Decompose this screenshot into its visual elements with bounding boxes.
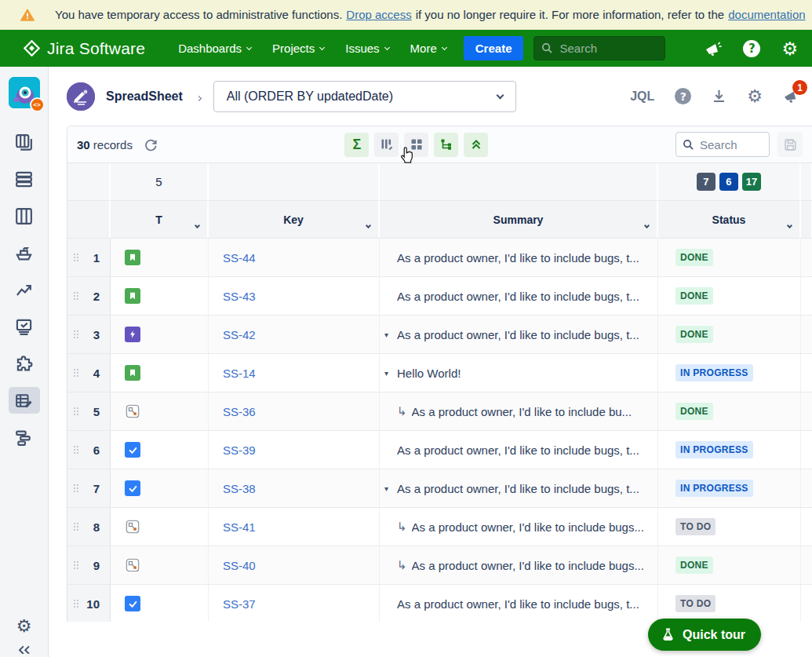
- nav-more[interactable]: More: [410, 42, 446, 55]
- status-cell[interactable]: DONE: [658, 392, 801, 430]
- sidebar-spreadsheet-icon[interactable]: [9, 387, 40, 414]
- sum-button[interactable]: Σ: [344, 133, 369, 157]
- type-cell[interactable]: [111, 508, 209, 546]
- sidebar-settings-gear-icon[interactable]: ⚙: [9, 613, 40, 640]
- announcement-megaphone-icon[interactable]: [705, 41, 722, 57]
- refresh-icon[interactable]: [144, 138, 158, 151]
- type-cell[interactable]: [111, 431, 209, 469]
- status-cell[interactable]: DONE: [658, 546, 801, 584]
- nav-issues[interactable]: Issues: [345, 42, 388, 55]
- page-title[interactable]: SpreadSheet: [106, 89, 183, 104]
- grid-view-button[interactable]: [404, 133, 428, 157]
- jql-button[interactable]: JQL: [630, 89, 654, 104]
- announcements-megaphone-icon[interactable]: 1: [783, 89, 799, 104]
- type-cell[interactable]: [111, 316, 209, 353]
- help-icon[interactable]: ?: [743, 40, 760, 57]
- collapse-triangle-icon[interactable]: ▾: [384, 484, 397, 493]
- sidebar-board-columns-icon[interactable]: [9, 203, 40, 229]
- nav-projects[interactable]: Projects: [272, 42, 324, 55]
- type-cell[interactable]: [111, 585, 209, 622]
- issue-key-link[interactable]: SS-39: [223, 443, 256, 457]
- status-cell[interactable]: TO DO: [658, 508, 801, 546]
- type-cell[interactable]: [111, 392, 209, 430]
- quick-tour-button[interactable]: Quick tour: [648, 619, 761, 651]
- documentation-link[interactable]: documentation: [728, 8, 805, 21]
- collapse-triangle-icon[interactable]: ▾: [384, 369, 397, 378]
- status-cell[interactable]: TO DO: [658, 585, 801, 622]
- drag-handle-icon[interactable]: [74, 292, 78, 300]
- collapse-all-button[interactable]: [464, 133, 488, 157]
- issue-key-link[interactable]: SS-14: [223, 367, 256, 380]
- sidebar-releases-ship-icon[interactable]: [9, 239, 40, 266]
- global-search[interactable]: [533, 36, 665, 60]
- sidebar-boards-icon[interactable]: [9, 129, 40, 155]
- issue-key-link[interactable]: SS-38: [223, 482, 256, 495]
- status-cell[interactable]: IN PROGRESS: [658, 469, 801, 507]
- issue-key-link[interactable]: SS-40: [223, 559, 256, 572]
- summary-cell[interactable]: As a product owner, I'd like to include …: [380, 239, 658, 276]
- status-cell[interactable]: DONE: [658, 277, 801, 315]
- admin-gear-icon[interactable]: ⚙: [781, 38, 798, 59]
- type-cell[interactable]: [111, 277, 209, 315]
- summary-cell[interactable]: ↳As a product owner, I'd like to include…: [380, 508, 658, 546]
- issue-key-link[interactable]: SS-41: [223, 520, 256, 534]
- summary-cell[interactable]: As a product owner, I'd like to include …: [380, 431, 658, 469]
- drag-handle-icon[interactable]: [74, 561, 78, 569]
- jira-logo[interactable]: Jira Software: [24, 39, 145, 58]
- project-avatar[interactable]: <>: [9, 77, 40, 108]
- column-settings-button[interactable]: [374, 133, 399, 157]
- drag-handle-icon[interactable]: [74, 330, 78, 338]
- settings-gear-icon[interactable]: ⚙: [747, 86, 763, 106]
- sidebar-addons-puzzle-icon[interactable]: [9, 350, 40, 377]
- create-button[interactable]: Create: [464, 36, 524, 60]
- drag-handle-icon[interactable]: [74, 369, 78, 377]
- summary-cell[interactable]: ▾Hello World!: [380, 354, 658, 392]
- collapse-sidebar-icon[interactable]: [16, 644, 32, 657]
- issue-key-link[interactable]: SS-36: [223, 405, 256, 418]
- drag-handle-icon[interactable]: [74, 484, 78, 492]
- task-icon: [125, 596, 140, 611]
- sidebar-reports-icon[interactable]: [9, 276, 40, 303]
- table-search-input[interactable]: [700, 138, 759, 151]
- nav-dashboards[interactable]: Dashboards: [178, 42, 251, 55]
- collapse-triangle-icon[interactable]: ▾: [384, 330, 397, 339]
- export-download-icon[interactable]: [712, 89, 726, 104]
- type-cell[interactable]: [111, 239, 209, 276]
- global-search-input[interactable]: [559, 42, 646, 55]
- issue-key-link[interactable]: SS-42: [223, 328, 256, 341]
- table-search[interactable]: [675, 132, 770, 157]
- hierarchy-button[interactable]: [434, 133, 458, 157]
- summary-cell[interactable]: ▾As a product owner, I'd like to include…: [380, 316, 658, 353]
- summary-cell[interactable]: As a product owner, I'd like to include …: [380, 277, 658, 315]
- column-header-type[interactable]: T: [111, 201, 209, 238]
- filter-dropdown[interactable]: All (ORDER BY updatedDate): [213, 81, 516, 112]
- drop-access-link[interactable]: Drop access: [346, 8, 411, 21]
- drag-handle-icon[interactable]: [74, 407, 78, 415]
- status-cell[interactable]: DONE: [658, 316, 801, 353]
- sidebar-backlog-icon[interactable]: [9, 166, 40, 192]
- column-header-summary[interactable]: Summary: [380, 201, 658, 238]
- drag-handle-icon[interactable]: [74, 254, 78, 261]
- summary-cell[interactable]: ↳As a product owner, I'd like to include…: [380, 546, 658, 584]
- summary-cell[interactable]: As a product owner, I'd like to include …: [380, 585, 658, 622]
- column-header-key[interactable]: Key: [209, 201, 380, 238]
- save-button[interactable]: [777, 132, 803, 157]
- help-icon[interactable]: ?: [675, 88, 691, 104]
- type-cell[interactable]: [111, 469, 209, 507]
- status-cell[interactable]: IN PROGRESS: [658, 354, 801, 392]
- drag-handle-icon[interactable]: [74, 523, 78, 531]
- status-cell[interactable]: IN PROGRESS: [658, 431, 801, 469]
- type-cell[interactable]: [111, 546, 209, 584]
- sidebar-gantt-icon[interactable]: [9, 424, 40, 451]
- summary-cell[interactable]: ↳As a product owner, I'd like to include…: [380, 392, 658, 430]
- sidebar-issues-icon[interactable]: [9, 313, 40, 340]
- drag-handle-icon[interactable]: [74, 600, 78, 608]
- type-cell[interactable]: [111, 354, 209, 392]
- summary-cell[interactable]: ▾As a product owner, I'd like to include…: [380, 469, 658, 507]
- issue-key-link[interactable]: SS-44: [223, 251, 256, 265]
- column-header-status[interactable]: Status: [658, 201, 801, 238]
- issue-key-link[interactable]: SS-37: [223, 597, 256, 611]
- drag-handle-icon[interactable]: [74, 446, 78, 454]
- issue-key-link[interactable]: SS-43: [223, 290, 256, 303]
- status-cell[interactable]: DONE: [658, 239, 801, 276]
